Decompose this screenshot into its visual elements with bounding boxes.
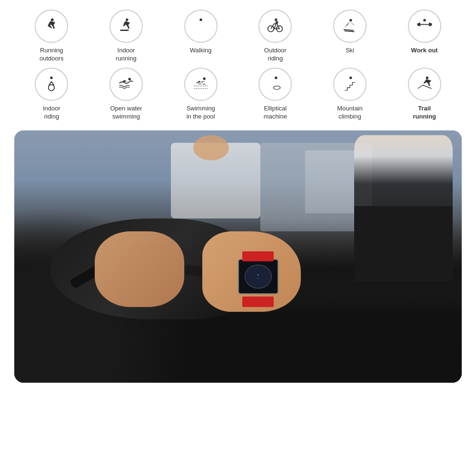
open-water-swimming-label: Open water swimming: [110, 105, 142, 121]
svg-rect-5: [120, 30, 129, 31]
running-outdoors-label: Running outdoors: [40, 47, 64, 63]
trail-running-icon-circle: [408, 68, 441, 101]
indoor-riding-icon: [43, 76, 60, 93]
svg-line-63: [351, 85, 352, 89]
activity-outdoor-riding: Outdoor riding: [238, 10, 313, 63]
svg-point-1: [51, 19, 53, 21]
activity-workout: Work out: [387, 10, 462, 63]
svg-point-39: [49, 85, 55, 91]
svg-point-25: [423, 19, 426, 21]
svg-point-8: [199, 19, 202, 21]
svg-point-45: [203, 77, 205, 79]
walking-label: Walking: [190, 47, 212, 55]
svg-point-16: [275, 19, 277, 21]
svg-point-19: [276, 21, 278, 23]
svg-line-33: [421, 21, 424, 22]
running-outdoors-icon: [43, 18, 60, 35]
svg-line-9: [200, 21, 201, 25]
svg-rect-29: [417, 23, 419, 26]
activities-row-1: Running outdoors Indoor running: [14, 10, 462, 63]
svg-line-2: [47, 27, 48, 30]
svg-point-22: [349, 19, 352, 21]
svg-rect-30: [430, 23, 432, 26]
workout-label: Work out: [411, 47, 438, 55]
running-outdoors-icon-circle: [35, 10, 68, 43]
activity-trail-running: Trail running: [387, 68, 462, 121]
svg-line-11: [200, 25, 202, 28]
svg-line-62: [350, 82, 352, 85]
indoor-riding-label: Indoor riding: [43, 105, 60, 121]
mountain-climbing-label: Mountain climbing: [337, 105, 362, 121]
svg-line-6: [121, 27, 122, 30]
svg-line-14: [201, 28, 203, 30]
mountain-climbing-icon-circle: [333, 68, 367, 101]
activities-row-2: Indoor riding Open water swimming: [14, 68, 462, 121]
trail-running-icon: [416, 76, 433, 93]
elliptical-label: Elliptical machine: [264, 105, 287, 121]
mountain-climbing-icon: [341, 76, 358, 93]
svg-line-24: [353, 22, 355, 27]
svg-point-59: [349, 77, 352, 79]
trail-running-label: Trail running: [413, 105, 436, 121]
activity-indoor-running: Indoor running: [89, 10, 164, 63]
outdoor-riding-icon-circle: [258, 10, 292, 43]
svg-point-56: [274, 86, 280, 89]
ski-label: Ski: [346, 47, 354, 55]
swimming-pool-label: Swimming in the pool: [187, 105, 215, 121]
svg-line-34: [425, 21, 428, 22]
svg-line-57: [274, 81, 277, 84]
indoor-running-icon: [118, 18, 135, 35]
walking-icon: [192, 18, 209, 35]
indoor-running-icon-circle: [109, 10, 143, 43]
ski-icon: [341, 18, 358, 35]
svg-line-15: [198, 23, 203, 25]
svg-point-67: [426, 77, 428, 79]
indoor-running-label: Indoor running: [116, 47, 136, 63]
svg-line-36: [423, 27, 425, 30]
svg-line-51: [275, 79, 276, 82]
elliptical-icon: [267, 76, 284, 93]
workout-icon: [416, 18, 433, 35]
activity-indoor-riding: Indoor riding: [14, 68, 89, 121]
indoor-riding-icon-circle: [35, 68, 68, 101]
svg-point-50: [275, 77, 277, 79]
activity-mountain-climbing: Mountain climbing: [313, 68, 387, 121]
activity-elliptical: Elliptical machine: [238, 68, 313, 121]
main-container: Running outdoors Indoor running: [0, 0, 476, 476]
svg-point-38: [50, 77, 53, 79]
svg-line-12: [201, 28, 202, 31]
workout-icon-circle: [408, 10, 441, 43]
svg-line-10: [197, 25, 199, 27]
activity-open-water-swimming: Open water swimming: [89, 68, 164, 121]
svg-line-66: [350, 81, 353, 82]
svg-line-58: [273, 79, 274, 81]
open-water-swimming-icon: [118, 76, 135, 93]
svg-line-23: [345, 22, 347, 28]
swimming-pool-icon-circle: [184, 68, 218, 101]
walking-icon-circle: [184, 10, 218, 43]
activity-ski: Ski: [313, 10, 387, 63]
ski-icon-circle: [333, 10, 367, 43]
elliptical-icon-circle: [258, 68, 292, 101]
activity-running-outdoors: Running outdoors: [14, 10, 89, 63]
svg-point-4: [126, 19, 128, 21]
svg-line-37: [425, 27, 426, 30]
activity-walking: Walking: [163, 10, 238, 63]
swimming-pool-icon: [192, 76, 209, 93]
open-water-swimming-icon-circle: [109, 68, 143, 101]
cycling-scene: ●--: [14, 130, 462, 383]
outdoor-riding-icon: [267, 18, 284, 35]
svg-line-13: [199, 31, 201, 32]
svg-point-44: [128, 78, 130, 80]
outdoor-riding-label: Outdoor riding: [264, 47, 287, 63]
svg-line-52: [275, 82, 277, 84]
svg-line-64: [349, 89, 351, 90]
svg-line-60: [350, 79, 351, 82]
svg-line-61: [347, 82, 350, 84]
photo-section: ●--: [14, 130, 462, 383]
activity-swimming-pool: Swimming in the pool: [163, 68, 238, 121]
